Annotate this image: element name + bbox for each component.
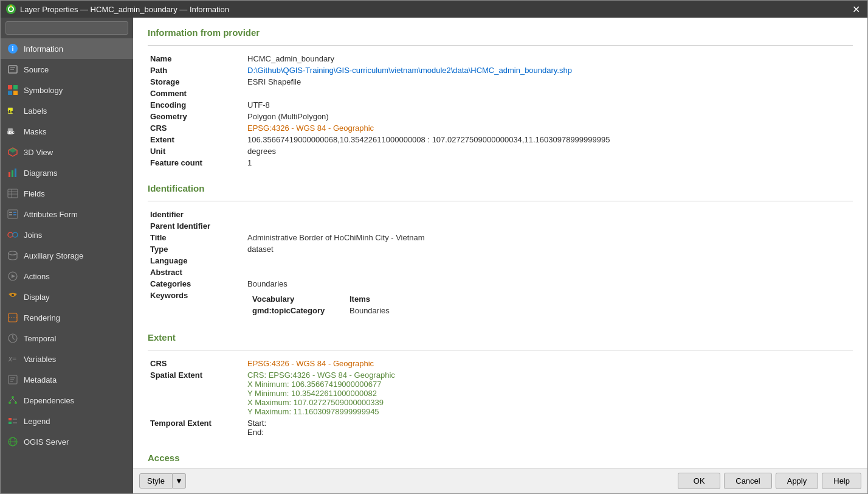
symbology-icon bbox=[7, 84, 19, 96]
section-divider-info bbox=[148, 45, 853, 46]
sidebar-label-diagrams: Diagrams bbox=[24, 169, 58, 178]
svg-rect-29 bbox=[13, 212, 16, 213]
sidebar-item-3dview[interactable]: 3D View bbox=[1, 142, 133, 162]
ok-button[interactable]: OK bbox=[678, 473, 720, 489]
sidebar-item-information[interactable]: i Information bbox=[1, 38, 133, 59]
table-row: Extent 106.35667419000000068,10.35422611… bbox=[148, 134, 853, 145]
path-link[interactable]: D:\Github\QGIS-Training\GIS-curriculum\v… bbox=[247, 66, 572, 75]
titlebar: Layer Properties — HCMC_admin_boundary —… bbox=[1, 1, 867, 18]
svg-rect-37 bbox=[9, 313, 17, 322]
table-row: Categories Boundaries bbox=[148, 278, 853, 290]
sidebar-item-diagrams[interactable]: Diagrams bbox=[1, 162, 133, 183]
svg-line-51 bbox=[13, 398, 16, 402]
svg-point-32 bbox=[13, 232, 18, 237]
sidebar-item-masks[interactable]: abc Masks bbox=[1, 121, 133, 142]
svg-point-2 bbox=[9, 7, 13, 11]
sidebar-label-3dview: 3D View bbox=[24, 148, 53, 157]
svg-rect-53 bbox=[9, 422, 12, 424]
svg-point-49 bbox=[15, 402, 17, 404]
sidebar-item-auxiliarystorage[interactable]: Auxiliary Storage bbox=[1, 245, 133, 266]
diagrams-icon bbox=[7, 167, 19, 179]
style-dropdown-button[interactable]: ▼ bbox=[173, 473, 186, 489]
style-button[interactable]: Style bbox=[139, 473, 173, 489]
section-divider-identification bbox=[148, 201, 853, 201]
style-btn-group: Style ▼ bbox=[139, 473, 186, 489]
keywords-row1-items: Boundaries bbox=[345, 305, 609, 316]
field-label-extent-crs: CRS bbox=[148, 358, 245, 369]
spatial-line2: X Minimum: 106.35667419000000677 bbox=[247, 380, 381, 389]
main-window: Layer Properties — HCMC_admin_boundary —… bbox=[0, 0, 868, 494]
svg-rect-11 bbox=[8, 91, 12, 95]
svg-rect-21 bbox=[15, 169, 16, 177]
field-label-temporal-extent: Temporal Extent bbox=[148, 417, 245, 438]
field-label-geometry: Geometry bbox=[148, 111, 245, 122]
sidebar-item-source[interactable]: Source bbox=[1, 59, 133, 80]
sidebar-label-masks: Masks bbox=[24, 127, 47, 136]
svg-point-33 bbox=[9, 251, 17, 255]
actions-icon bbox=[7, 270, 19, 282]
window-title: Layer Properties — HCMC_admin_boundary —… bbox=[20, 5, 229, 14]
field-label-title: Title bbox=[148, 232, 245, 243]
field-value-categories: Boundaries bbox=[245, 278, 853, 290]
cancel-button[interactable]: Cancel bbox=[724, 473, 771, 489]
field-value-featurecount: 1 bbox=[245, 157, 853, 169]
help-button[interactable]: Help bbox=[822, 473, 861, 489]
sidebar-item-actions[interactable]: Actions bbox=[1, 266, 133, 287]
attributesform-icon bbox=[7, 208, 19, 220]
bottom-buttons: OK Cancel Apply Help bbox=[678, 473, 861, 489]
variables-icon: x= bbox=[7, 353, 19, 365]
ogisserver-icon bbox=[7, 436, 19, 448]
table-row: Comment bbox=[148, 88, 853, 99]
sidebar-item-metadata[interactable]: Metadata bbox=[1, 369, 133, 390]
field-label-parentidentifier: Parent Identifier bbox=[148, 220, 245, 232]
section-title-access: Access bbox=[148, 453, 853, 465]
svg-point-31 bbox=[8, 232, 13, 237]
sidebar-item-fields[interactable]: Fields bbox=[1, 183, 133, 204]
right-panel: Information from provider Name HCMC_admi… bbox=[133, 18, 867, 493]
field-value-type: dataset bbox=[245, 243, 853, 255]
close-button[interactable]: ✕ bbox=[850, 4, 863, 15]
spatial-line3: Y Minimum: 10.35422611000000082 bbox=[247, 389, 377, 398]
sidebar-item-ogisserver[interactable]: OGIS Server bbox=[1, 431, 133, 452]
svg-point-3 bbox=[10, 5, 12, 7]
apply-button[interactable]: Apply bbox=[776, 473, 819, 489]
section-title-identification: Identification bbox=[148, 183, 853, 196]
svg-rect-9 bbox=[8, 85, 12, 89]
sidebar-item-symbology[interactable]: Symbology bbox=[1, 80, 133, 100]
fields-icon bbox=[7, 187, 19, 200]
svg-rect-12 bbox=[13, 91, 18, 95]
sidebar-item-labels[interactable]: abc Labels bbox=[1, 100, 133, 121]
sidebar-item-display[interactable]: Display bbox=[1, 287, 133, 307]
sidebar-label-rendering: Rendering bbox=[24, 313, 60, 322]
sidebar-label-information: Information bbox=[24, 44, 63, 54]
section-divider-extent bbox=[148, 350, 853, 350]
field-value-encoding: UTF-8 bbox=[245, 99, 853, 111]
sidebar-item-dependencies[interactable]: Dependencies bbox=[1, 390, 133, 411]
keywords-col-vocabulary: Vocabulary bbox=[247, 293, 345, 305]
svg-point-47 bbox=[12, 396, 14, 398]
field-label-featurecount: Feature count bbox=[148, 157, 245, 169]
table-row: gmd:topicCategory Boundaries bbox=[247, 305, 609, 316]
sidebar-item-legend[interactable]: Legend bbox=[1, 411, 133, 431]
temporal-start-label: Start: bbox=[247, 419, 266, 428]
sidebar-item-joins[interactable]: Joins bbox=[1, 224, 133, 245]
sidebar-item-variables[interactable]: x= Variables bbox=[1, 349, 133, 369]
sidebar-item-temporal[interactable]: Temporal bbox=[1, 328, 133, 349]
table-row: Path D:\Github\QGIS-Training\GIS-curricu… bbox=[148, 64, 853, 76]
svg-text:abc: abc bbox=[7, 109, 15, 114]
field-value-spatial-extent: CRS: EPSG:4326 - WGS 84 - Geographic X M… bbox=[245, 369, 853, 417]
sidebar-item-attributesform[interactable]: Attributes Form bbox=[1, 204, 133, 224]
table-row: Storage ESRI Shapefile bbox=[148, 76, 853, 88]
field-value-storage: ESRI Shapefile bbox=[245, 76, 853, 88]
svg-text:abc: abc bbox=[7, 130, 15, 135]
field-value-title: Administrative Border of HoChiMinh City … bbox=[245, 232, 853, 243]
bottom-bar: Style ▼ OK Cancel Apply Help bbox=[133, 468, 867, 493]
field-label-keywords: Keywords bbox=[148, 290, 245, 318]
sidebar-label-symbology: Symbology bbox=[24, 86, 63, 95]
search-input[interactable] bbox=[5, 21, 128, 35]
table-row: Identifier bbox=[148, 209, 853, 220]
sidebar-label-ogisserver: OGIS Server bbox=[24, 437, 69, 447]
spatial-line1: CRS: EPSG:4326 - WGS 84 - Geographic bbox=[247, 370, 395, 380]
sidebar-item-rendering[interactable]: Rendering bbox=[1, 307, 133, 328]
scroll-area[interactable]: Information from provider Name HCMC_admi… bbox=[133, 18, 867, 468]
